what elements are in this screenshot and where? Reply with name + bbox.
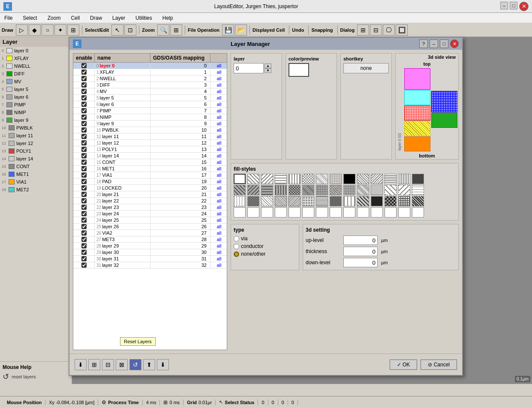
fill-style-button[interactable] bbox=[302, 196, 314, 206]
downlevel-input[interactable] bbox=[343, 258, 378, 267]
fill-style-button[interactable] bbox=[234, 174, 246, 184]
row-checkbox[interactable] bbox=[81, 256, 87, 261]
fill-style-button[interactable] bbox=[343, 174, 355, 184]
row-all[interactable]: all bbox=[210, 211, 227, 217]
left-layer-item[interactable]: 3DIFF bbox=[0, 70, 72, 78]
menu-cell[interactable]: Cell bbox=[68, 14, 82, 22]
color-swatch[interactable] bbox=[289, 63, 309, 77]
fill-style-button[interactable] bbox=[385, 196, 397, 206]
row-all[interactable]: all bbox=[210, 95, 227, 101]
fill-style-button[interactable] bbox=[316, 207, 328, 218]
table-row[interactable]: 2 NWELL 2 all bbox=[73, 76, 227, 82]
left-layer-item[interactable]: 13POLY1 bbox=[0, 147, 72, 155]
fill-style-button[interactable] bbox=[330, 196, 342, 206]
row-all[interactable]: all bbox=[210, 172, 227, 178]
type-conductor-radio[interactable] bbox=[234, 244, 239, 249]
row-checkbox[interactable] bbox=[81, 108, 87, 113]
table-row[interactable]: 13 POLY1 13 all bbox=[73, 146, 227, 153]
layer-spin-down[interactable]: ▼ bbox=[264, 68, 271, 73]
ok-button[interactable]: ✓ OK bbox=[390, 360, 418, 370]
left-layer-item[interactable]: 8NIMP bbox=[0, 109, 72, 116]
table-row[interactable]: 8 NIMP 8 all bbox=[73, 114, 227, 121]
row-checkbox[interactable] bbox=[81, 95, 87, 100]
draw-btn-5[interactable]: ⊞ bbox=[67, 24, 79, 36]
row-checkbox[interactable] bbox=[81, 102, 87, 107]
row-all[interactable]: all bbox=[210, 224, 227, 230]
menu-select[interactable]: Select bbox=[20, 14, 39, 22]
left-layer-item[interactable]: 4MV bbox=[0, 78, 72, 85]
fill-style-button[interactable] bbox=[398, 174, 410, 184]
row-all[interactable]: all bbox=[210, 101, 227, 107]
dialog-btn-1[interactable]: ⊞ bbox=[357, 24, 369, 36]
fill-style-button[interactable] bbox=[261, 207, 273, 218]
fill-style-button[interactable] bbox=[330, 207, 342, 218]
menu-help[interactable]: Help bbox=[160, 14, 176, 22]
row-checkbox[interactable] bbox=[81, 179, 87, 184]
table-row[interactable]: 15 CONT 15 all bbox=[73, 159, 227, 166]
layer-spin-up[interactable]: ▲ bbox=[264, 63, 271, 68]
thickness-input[interactable] bbox=[343, 247, 378, 256]
row-checkbox[interactable] bbox=[81, 76, 87, 81]
row-all[interactable]: all bbox=[210, 204, 227, 210]
row-checkbox[interactable] bbox=[81, 127, 87, 133]
table-row[interactable]: 26 VIA2 27 all bbox=[73, 230, 227, 236]
row-checkbox[interactable] bbox=[81, 243, 87, 248]
menu-layer[interactable]: Layer bbox=[110, 14, 128, 22]
row-all[interactable]: all bbox=[210, 133, 227, 139]
draw-btn-3[interactable]: ○ bbox=[42, 24, 54, 36]
layer-list[interactable]: 0layer 01XFLAY2NWELL3DIFF4MV5layer 56lay… bbox=[0, 47, 72, 361]
table-row[interactable]: 24 layer 25 25 all bbox=[73, 217, 227, 224]
table-row[interactable]: 14 layer 14 14 all bbox=[73, 153, 227, 159]
row-checkbox[interactable] bbox=[81, 192, 87, 197]
left-layer-item[interactable]: 7PIMP bbox=[0, 101, 72, 109]
table-row[interactable]: 29 layer 30 30 all bbox=[73, 249, 227, 256]
row-all[interactable]: all bbox=[210, 198, 227, 204]
row-checkbox[interactable] bbox=[81, 185, 87, 190]
fill-style-button[interactable] bbox=[234, 207, 246, 218]
row-all[interactable]: all bbox=[210, 217, 227, 223]
row-checkbox[interactable] bbox=[81, 63, 87, 68]
table-row[interactable]: 3 DIFF 3 all bbox=[73, 82, 227, 88]
shortkey-display[interactable]: none bbox=[343, 63, 389, 73]
row-checkbox[interactable] bbox=[81, 140, 87, 145]
left-layer-item[interactable]: 14layer 14 bbox=[0, 155, 72, 163]
fill-style-button[interactable] bbox=[316, 185, 328, 195]
fill-style-button[interactable] bbox=[316, 174, 328, 184]
row-checkbox[interactable] bbox=[81, 82, 87, 88]
close-button[interactable]: ✕ bbox=[519, 2, 529, 11]
table-row[interactable]: 25 layer 26 26 all bbox=[73, 224, 227, 230]
fill-style-button[interactable] bbox=[398, 207, 410, 218]
left-layer-item[interactable]: 18MET2 bbox=[0, 186, 72, 193]
left-layer-item[interactable]: 0layer 0 bbox=[0, 47, 72, 54]
fill-style-button[interactable] bbox=[261, 174, 273, 184]
table-row[interactable]: 31 layer 32 32 all bbox=[73, 262, 227, 269]
table-row[interactable]: 20 layer 21 21 all bbox=[73, 191, 227, 198]
draw-btn-1[interactable]: ▷ bbox=[16, 24, 28, 36]
table-row[interactable]: 21 layer 22 22 all bbox=[73, 198, 227, 204]
select-btn-2[interactable]: ⊡ bbox=[124, 24, 136, 36]
row-checkbox[interactable] bbox=[81, 230, 87, 236]
row-checkbox[interactable] bbox=[81, 89, 87, 94]
row-checkbox[interactable] bbox=[81, 211, 87, 216]
fill-style-button[interactable] bbox=[385, 185, 397, 195]
maximize-button[interactable]: □ bbox=[510, 2, 517, 9]
fill-style-button[interactable] bbox=[234, 185, 246, 195]
row-checkbox[interactable] bbox=[81, 218, 87, 223]
fill-style-button[interactable] bbox=[398, 185, 410, 195]
row-checkbox[interactable] bbox=[81, 166, 87, 171]
fill-style-button[interactable] bbox=[289, 196, 301, 206]
table-row[interactable]: 5 layer 5 5 all bbox=[73, 95, 227, 101]
uplevel-input[interactable] bbox=[343, 236, 378, 245]
table-row[interactable]: 28 layer 29 29 all bbox=[73, 243, 227, 249]
fill-style-button[interactable] bbox=[343, 185, 355, 195]
table-row[interactable]: 6 layer 6 6 all bbox=[73, 101, 227, 108]
dialog-btn-3[interactable]: 🖵 bbox=[383, 24, 395, 36]
row-checkbox[interactable] bbox=[81, 205, 87, 210]
draw-btn-4[interactable]: ✦ bbox=[54, 24, 66, 36]
footer-tool-1[interactable]: ⬇ bbox=[75, 359, 87, 370]
row-all[interactable]: all bbox=[210, 82, 227, 88]
row-checkbox[interactable] bbox=[81, 224, 87, 229]
row-all[interactable]: all bbox=[210, 153, 227, 159]
left-layer-item[interactable]: 15CONT bbox=[0, 163, 72, 170]
row-all[interactable]: all bbox=[210, 121, 227, 127]
